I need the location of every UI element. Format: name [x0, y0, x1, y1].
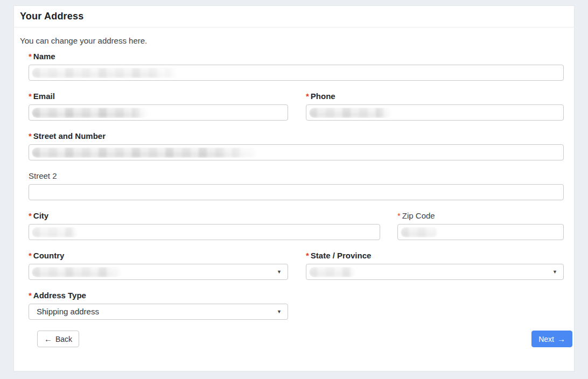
required-asterisk: *: [29, 92, 32, 101]
field-state: *State / Province ▼: [306, 251, 564, 280]
redacted-value: [32, 148, 258, 158]
address-form-card: Your Address You can change your address…: [13, 5, 575, 371]
name-input[interactable]: [29, 65, 564, 81]
phone-input[interactable]: [306, 104, 564, 121]
field-email: *Email: [29, 92, 288, 121]
field-street2: Street 2: [29, 171, 564, 200]
address-type-label: *Address Type: [29, 291, 288, 300]
required-asterisk: *: [29, 291, 32, 300]
street-label: *Street and Number: [29, 131, 564, 141]
required-asterisk: *: [29, 251, 32, 260]
field-zip: *Zip Code: [397, 211, 564, 240]
back-button-label: Back: [55, 335, 72, 343]
field-street: *Street and Number: [29, 131, 564, 160]
dropdown-arrow-icon: ▼: [277, 270, 283, 275]
required-asterisk: *: [29, 131, 32, 141]
country-label: *Country: [29, 251, 288, 260]
country-select[interactable]: ▼: [29, 264, 288, 280]
card-body: You can change your address here. *Name …: [14, 27, 574, 347]
field-phone: *Phone: [306, 92, 564, 121]
field-name: *Name: [29, 52, 564, 81]
card-header: Your Address: [14, 6, 574, 27]
field-address-type: *Address Type Shipping address ▼: [29, 291, 288, 320]
arrow-right-icon: →: [557, 334, 565, 343]
zip-input[interactable]: [397, 224, 564, 240]
redacted-value: [309, 267, 356, 277]
redacted-value: [401, 227, 438, 237]
address-type-select[interactable]: Shipping address ▼: [29, 304, 288, 320]
address-type-value: Shipping address: [32, 304, 99, 319]
dropdown-arrow-icon: ▼: [277, 310, 283, 314]
city-label: *City: [29, 211, 380, 220]
redacted-value: [32, 108, 149, 118]
next-button-label: Next: [538, 335, 554, 343]
address-form: *Name *Email *Phone: [29, 52, 564, 347]
page-title: Your Address: [20, 11, 563, 22]
field-city: *City: [29, 211, 380, 240]
required-asterisk: *: [29, 211, 32, 220]
city-input[interactable]: [29, 224, 380, 240]
required-asterisk: *: [306, 92, 309, 101]
required-asterisk: *: [397, 211, 401, 220]
redacted-value: [32, 68, 178, 78]
email-label: *Email: [29, 92, 288, 101]
back-button[interactable]: ← Back: [37, 331, 79, 347]
state-label: *State / Province: [306, 251, 564, 260]
email-input[interactable]: [29, 104, 288, 121]
required-asterisk: *: [306, 251, 309, 260]
phone-label: *Phone: [306, 92, 564, 101]
next-button[interactable]: Next →: [531, 331, 572, 347]
dropdown-arrow-icon: ▼: [552, 270, 558, 275]
required-asterisk: *: [29, 52, 32, 61]
zip-label: *Zip Code: [397, 211, 564, 220]
redacted-value: [32, 227, 79, 237]
form-actions: ← Back Next →: [37, 331, 572, 347]
field-country: *Country ▼: [29, 251, 288, 280]
street2-label: Street 2: [29, 171, 564, 180]
form-description: You can change your address here.: [20, 36, 563, 45]
redacted-value: [309, 108, 393, 118]
street2-input[interactable]: [29, 184, 564, 200]
name-label: *Name: [29, 52, 564, 61]
state-select[interactable]: ▼: [306, 264, 564, 280]
arrow-left-icon: ←: [44, 334, 52, 343]
street-input[interactable]: [29, 144, 564, 160]
redacted-value: [32, 267, 122, 277]
